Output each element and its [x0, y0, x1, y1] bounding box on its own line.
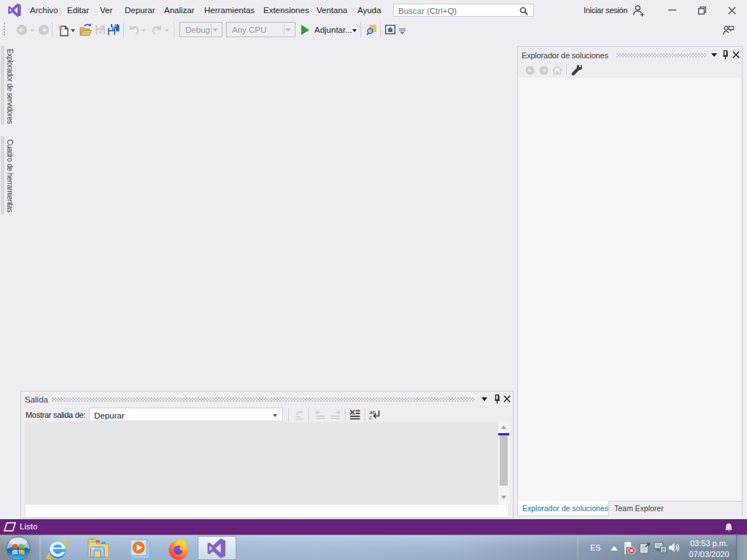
svg-text:c: c — [369, 414, 372, 420]
